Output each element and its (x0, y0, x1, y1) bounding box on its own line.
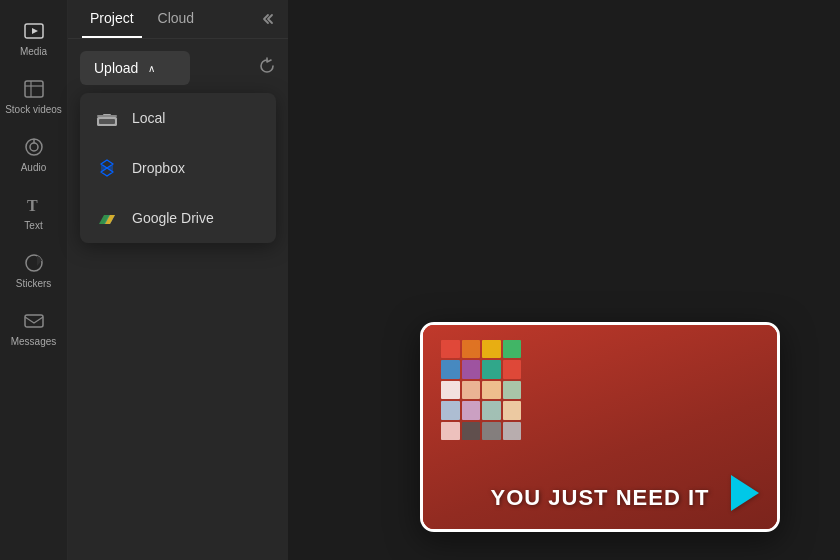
sidebar-item-stickers[interactable]: Stickers (0, 242, 67, 300)
video-preview-card[interactable]: YOU JUST NEED IT (420, 322, 780, 532)
icon-sidebar: Media Stock videos Audio (0, 0, 68, 560)
upload-dropdown-menu: Local Dropbox (80, 93, 276, 243)
swatch-cell (462, 360, 481, 378)
tab-cloud[interactable]: Cloud (150, 0, 203, 38)
sidebar-label-stock-videos: Stock videos (5, 104, 62, 116)
audio-icon (23, 136, 45, 158)
svg-rect-11 (25, 315, 43, 327)
play-cursor-icon (731, 475, 759, 511)
svg-rect-15 (97, 115, 117, 117)
swatch-cell (482, 340, 501, 358)
swatch-cell (482, 401, 501, 419)
svg-rect-2 (25, 81, 43, 97)
svg-point-6 (30, 143, 38, 151)
swatch-cell (462, 401, 481, 419)
swatch-cell (441, 340, 460, 358)
swatch-cell (503, 340, 522, 358)
dropdown-local-label: Local (132, 110, 165, 126)
stickers-icon (23, 252, 45, 274)
svg-rect-13 (99, 119, 115, 124)
swatch-cell (441, 401, 460, 419)
panel-tabs-row: Project Cloud (68, 0, 288, 39)
tab-project[interactable]: Project (82, 0, 142, 38)
upload-button[interactable]: Upload ∧ (80, 51, 190, 85)
panel-content: Upload ∧ (68, 39, 288, 560)
sidebar-item-media[interactable]: Media (0, 10, 67, 68)
swatch-cell (441, 360, 460, 378)
sidebar-label-messages: Messages (11, 336, 57, 348)
local-icon (96, 107, 118, 129)
app-container: Media Stock videos Audio (0, 0, 840, 560)
dropdown-dropbox-label: Dropbox (132, 160, 185, 176)
swatch-cell (482, 381, 501, 399)
text-icon: T (23, 194, 45, 216)
swatch-cell (503, 422, 522, 440)
sidebar-item-stock-videos[interactable]: Stock videos (0, 68, 67, 126)
dropdown-item-google-drive[interactable]: Google Drive (80, 193, 276, 243)
swatch-cell (441, 381, 460, 399)
google-drive-icon (96, 207, 118, 229)
swatch-cell (503, 401, 522, 419)
dropbox-icon (96, 157, 118, 179)
collapse-button[interactable] (258, 11, 274, 27)
sidebar-item-audio[interactable]: Audio (0, 126, 67, 184)
swatch-cell (503, 381, 522, 399)
swatch-cell (441, 422, 460, 440)
video-preview-inner: YOU JUST NEED IT (423, 325, 777, 529)
messages-icon (23, 310, 45, 332)
swatch-cell (462, 381, 481, 399)
swatch-cell (462, 422, 481, 440)
sidebar-label-media: Media (20, 46, 47, 58)
sidebar-item-text[interactable]: T Text (0, 184, 67, 242)
color-swatch-board (441, 340, 521, 440)
dropdown-item-dropbox[interactable]: Dropbox (80, 143, 276, 193)
sidebar-label-stickers: Stickers (16, 278, 52, 290)
dropdown-item-local[interactable]: Local (80, 93, 276, 143)
swatch-cell (503, 360, 522, 378)
dropdown-google-drive-label: Google Drive (132, 210, 214, 226)
sidebar-item-messages[interactable]: Messages (0, 300, 67, 358)
upload-row: Upload ∧ (80, 51, 276, 85)
svg-marker-1 (32, 28, 38, 34)
stock-videos-icon (23, 78, 45, 100)
sidebar-label-audio: Audio (21, 162, 47, 174)
upload-label: Upload (94, 60, 138, 76)
video-text-overlay: YOU JUST NEED IT (491, 485, 710, 511)
media-panel: Project Cloud Upload ∧ (68, 0, 288, 560)
refresh-button[interactable] (258, 57, 276, 79)
upload-chevron: ∧ (148, 63, 155, 74)
svg-text:T: T (27, 197, 38, 214)
swatch-cell (462, 340, 481, 358)
swatch-cell (482, 360, 501, 378)
swatch-cell (482, 422, 501, 440)
sidebar-label-text: Text (24, 220, 42, 232)
media-icon (23, 20, 45, 42)
